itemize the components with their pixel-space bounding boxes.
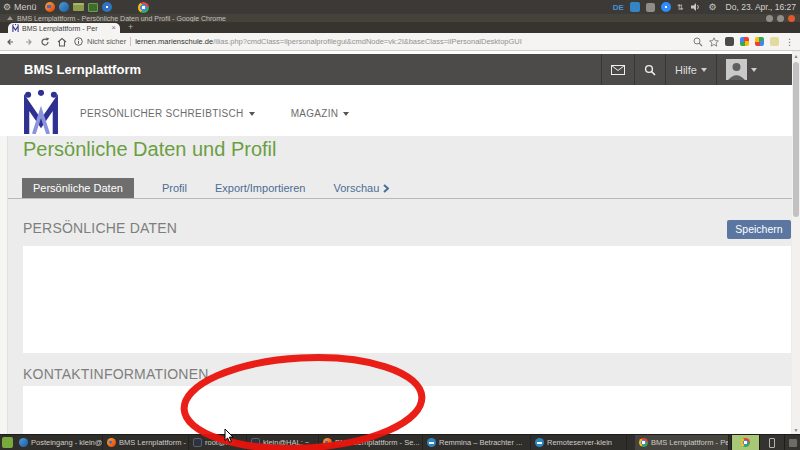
mail-button[interactable] xyxy=(601,54,634,85)
help-label: Hilfe xyxy=(675,64,697,76)
system-settings-icon[interactable]: ⚙ xyxy=(3,2,11,12)
chevron-down-icon xyxy=(343,112,349,116)
url-path: /ilias.php?cmdClass=ilpersonalprofilegui… xyxy=(213,37,522,46)
network-icon[interactable]: ⇅ xyxy=(677,3,684,12)
show-desktop-button[interactable] xyxy=(2,437,13,448)
grid-icon xyxy=(789,439,797,447)
keyboard-layout-indicator[interactable]: DE xyxy=(613,3,624,12)
tab-persoenliche-daten[interactable]: Persönliche Daten xyxy=(22,178,134,198)
volume-icon[interactable] xyxy=(690,2,700,12)
user-menu[interactable] xyxy=(716,54,766,85)
tab-profil[interactable]: Profil xyxy=(162,182,187,194)
tray-indicator-icon[interactable] xyxy=(646,3,655,12)
scroll-down-icon[interactable]: ▼ xyxy=(792,426,800,434)
page-scrollbar[interactable]: ▲ ▼ xyxy=(792,52,800,434)
window-titlebar: BMS Lernplattform - Persönliche Daten un… xyxy=(0,14,800,22)
new-tab-button[interactable]: + xyxy=(128,22,133,33)
address-bar[interactable]: Nicht sicher lernen.marienschule.de/ilia… xyxy=(74,37,686,46)
security-label[interactable]: Nicht sicher xyxy=(87,37,126,46)
taskbar-item-remmina[interactable]: Remmina – Betrachter ... xyxy=(423,435,531,450)
maximize-button[interactable] xyxy=(777,15,784,22)
system-menu-button[interactable]: Menü xyxy=(14,2,37,12)
chevron-down-icon xyxy=(751,68,757,72)
firefox-icon xyxy=(323,438,332,447)
page-left-margin xyxy=(0,136,8,434)
chevron-down-icon xyxy=(249,112,255,116)
bookmark-star-icon[interactable] xyxy=(709,37,719,47)
chrome-menu-icon[interactable]: ⋮ xyxy=(785,37,794,47)
close-window-button[interactable] xyxy=(788,15,795,22)
tab-bar: Persönliche Daten Profil Export/Importie… xyxy=(22,178,389,198)
terminal-icon xyxy=(193,438,202,447)
section-title-personal: PERSÖNLICHE DATEN xyxy=(23,220,177,236)
workspace-switcher xyxy=(731,435,800,450)
workspace-2[interactable] xyxy=(759,435,784,450)
extension-icon-3[interactable] xyxy=(755,37,764,46)
section-title-contact: KONTAKTINFORMATIONEN xyxy=(23,366,208,382)
workspace-3[interactable] xyxy=(784,435,800,450)
zoom-icon[interactable] xyxy=(693,37,703,47)
taskbar: Posteingang - klein@m... BMS Lernplattfo… xyxy=(0,434,800,450)
help-menu[interactable]: Hilfe xyxy=(665,54,716,85)
firefox-icon xyxy=(107,438,116,447)
mail-icon xyxy=(611,65,625,75)
home-button[interactable] xyxy=(57,37,67,47)
tab-export-importieren[interactable]: Export/Importieren xyxy=(215,182,305,194)
save-button[interactable]: Speichern xyxy=(727,220,791,239)
scroll-up-icon[interactable]: ▲ xyxy=(792,52,800,60)
remmina-icon xyxy=(535,438,544,447)
nav-personal-desktop[interactable]: PERSÖNLICHER SCHREIBTISCH xyxy=(80,108,255,119)
window-title: BMS Lernplattform - Persönliche Daten un… xyxy=(17,15,226,22)
url-text: lernen.marienschule.de/ilias.php?cmdClas… xyxy=(135,37,522,46)
site-brand[interactable]: BMS Lernplattform xyxy=(24,62,141,77)
extension-icon-4[interactable] xyxy=(770,37,779,46)
browser-tab[interactable]: BMS Lernplattform - Per × xyxy=(8,23,120,33)
extension-icon-1[interactable] xyxy=(725,37,734,46)
firefox-launcher-icon[interactable] xyxy=(45,2,55,12)
terminal-icon xyxy=(251,438,260,447)
taskbar-item-remoteserver[interactable]: Remoteserver-klein xyxy=(531,435,627,450)
tab-title: BMS Lernplattform - Per xyxy=(22,25,108,32)
tray-app-icon[interactable] xyxy=(630,2,640,12)
browser-tab-strip: BMS Lernplattform - Per × + xyxy=(0,22,800,33)
taskbar-item-klein-terminal[interactable]: klein@HAL: ~ xyxy=(247,435,319,450)
taskbar-item-lernplattform-ue[interactable]: BMS Lernplattform - Ü... xyxy=(103,435,189,450)
desktop-screen: ⚙ Menü DE ⇅ ⚙ Do, 23. Apr., 16:27 BMS Le… xyxy=(0,0,800,450)
back-button[interactable] xyxy=(6,37,16,47)
site-header: BMS Lernplattform Hilfe xyxy=(0,54,792,85)
thunderbird-launcher-icon[interactable] xyxy=(59,2,69,12)
forward-button[interactable] xyxy=(23,37,33,47)
search-button[interactable] xyxy=(634,54,665,85)
scrollbar-thumb[interactable] xyxy=(793,62,799,217)
search-icon xyxy=(644,64,656,76)
taskbar-item-posteingang[interactable]: Posteingang - klein@m... xyxy=(15,435,103,450)
workspace-1-active[interactable] xyxy=(731,435,759,450)
page-title: Persönliche Daten und Profil xyxy=(23,138,276,161)
extension-icon-2[interactable] xyxy=(740,37,749,46)
url-divider xyxy=(130,37,131,46)
taskbar-item-lernplattform-pe[interactable]: BMS Lernplattform - Pe... xyxy=(635,435,729,450)
terminal-launcher-icon[interactable] xyxy=(88,3,98,12)
taskbar-item-root-terminal[interactable]: root@HA... xyxy=(189,435,247,450)
contact-panel xyxy=(23,386,791,434)
session-gear-icon[interactable]: ⚙ xyxy=(709,2,717,12)
taskbar-item-lernplattform-se[interactable]: BMS Lernplattform - Se... xyxy=(319,435,423,450)
phone-icon xyxy=(769,438,775,448)
chrome-launcher-icon[interactable] xyxy=(138,2,149,13)
tab-bar-rule xyxy=(8,198,792,199)
chevron-right-icon xyxy=(383,184,389,193)
site-favicon xyxy=(12,24,19,32)
reload-button[interactable] xyxy=(40,37,50,47)
info-icon[interactable] xyxy=(74,37,83,46)
files-launcher-icon[interactable] xyxy=(73,3,84,11)
personal-data-panel xyxy=(23,246,791,353)
minimize-button[interactable] xyxy=(766,15,773,22)
system-clock[interactable]: Do, 23. Apr., 16:27 xyxy=(726,2,796,12)
tab-vorschau[interactable]: Vorschau xyxy=(333,182,389,194)
school-logo[interactable] xyxy=(22,90,60,134)
remote-tray-icon[interactable] xyxy=(661,2,671,12)
clock-launcher-icon[interactable] xyxy=(102,2,112,12)
nav-magazin[interactable]: MAGAZIN xyxy=(291,108,350,119)
tab-close-icon[interactable]: × xyxy=(111,24,116,32)
chrome-icon xyxy=(639,438,648,447)
